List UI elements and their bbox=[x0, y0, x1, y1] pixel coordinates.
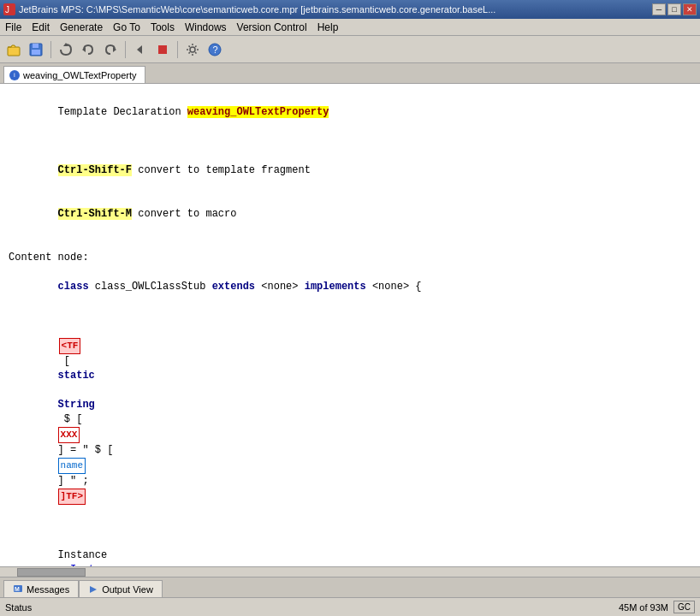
title-bar: J JetBrains MPS: C:\MPS\SemanticWeb\core… bbox=[0, 0, 700, 19]
bottom-tab-bar: M Messages Output View bbox=[0, 577, 700, 597]
back-button[interactable] bbox=[130, 39, 151, 60]
toolbar-sep-1 bbox=[50, 41, 51, 58]
editor-container: Template Declaration weaving_OWLTextProp… bbox=[0, 84, 700, 577]
svg-rect-2 bbox=[8, 47, 20, 56]
blank-line-1 bbox=[9, 134, 691, 149]
menu-tools[interactable]: Tools bbox=[145, 20, 180, 35]
scrollbar-thumb[interactable] bbox=[17, 568, 86, 577]
shortcut-m: Ctrl-Shift-M bbox=[58, 208, 132, 220]
toolbar: ? bbox=[0, 36, 700, 63]
shortcut-m-text: convert to macro bbox=[132, 208, 236, 220]
space3: <none> { bbox=[366, 281, 422, 293]
horizontal-scrollbar[interactable] bbox=[0, 566, 700, 577]
if-open-tag: <TF bbox=[59, 338, 81, 354]
svg-text:M: M bbox=[15, 585, 20, 591]
toolbar-sep-3 bbox=[177, 41, 178, 58]
svg-text:J: J bbox=[5, 5, 9, 15]
menu-bar: File Edit Generate Go To Tools Windows V… bbox=[0, 19, 700, 36]
editor-scroll[interactable]: Template Declaration weaving_OWLTextProp… bbox=[0, 84, 700, 566]
svg-text:?: ? bbox=[213, 44, 218, 55]
tab-label: weaving_OWLTextProperty bbox=[23, 70, 136, 80]
save-button[interactable] bbox=[26, 39, 46, 60]
svg-rect-5 bbox=[32, 50, 40, 55]
memory-indicator: 45M of 93M bbox=[619, 602, 668, 613]
blank-line-2 bbox=[9, 236, 691, 251]
space-if: [ bbox=[58, 355, 77, 367]
output-icon bbox=[88, 584, 98, 595]
menu-windows[interactable]: Windows bbox=[180, 20, 232, 35]
menu-edit[interactable]: Edit bbox=[27, 20, 55, 35]
gc-button[interactable]: GC bbox=[673, 601, 695, 613]
name-placeholder-1: name bbox=[58, 458, 86, 474]
tf-end-1: ]TF> bbox=[58, 489, 86, 505]
if-block-line: <TF [ static String $ [ XXX ] = " $ [ na… bbox=[9, 309, 691, 519]
template-decl-label: Template Declaration bbox=[58, 106, 187, 118]
status-bar: Status 45M of 93M GC bbox=[0, 597, 700, 616]
app-icon: J bbox=[3, 3, 15, 15]
messages-icon: M bbox=[13, 584, 23, 595]
editor: Template Declaration weaving_OWLTextProp… bbox=[0, 84, 700, 566]
close-button[interactable]: ✕ bbox=[683, 3, 697, 15]
maximize-button[interactable]: □ bbox=[667, 3, 681, 15]
toolbar-sep-2 bbox=[125, 41, 126, 58]
close1: ] " ; bbox=[58, 475, 95, 487]
kw-string: String bbox=[58, 399, 95, 411]
redo-button[interactable] bbox=[100, 39, 121, 60]
editor-tab[interactable]: i weaving_OWLTextProperty bbox=[3, 66, 145, 83]
content-node-label: Content node: bbox=[9, 252, 89, 264]
instance-line: Instance myInstance ; bbox=[9, 519, 691, 566]
kw-extends: extends bbox=[212, 281, 255, 293]
menu-help[interactable]: Help bbox=[312, 20, 344, 35]
status-text: Status bbox=[5, 602, 32, 613]
kw-class: class bbox=[58, 281, 89, 293]
template-declaration-line: Template Declaration weaving_OWLTextProp… bbox=[9, 91, 691, 134]
svg-rect-10 bbox=[158, 45, 167, 54]
window-title: JetBrains MPS: C:\MPS\SemanticWeb\core\s… bbox=[19, 4, 495, 15]
template-decl-name: weaving_OWLTextProperty bbox=[187, 106, 329, 118]
svg-marker-16 bbox=[90, 586, 97, 593]
shortcut-f-text: convert to template fragment bbox=[132, 164, 311, 176]
shortcut-m-line: Ctrl-Shift-M convert to macro bbox=[9, 192, 691, 236]
svg-marker-9 bbox=[137, 45, 142, 54]
content-node-line: Content node: bbox=[9, 251, 691, 265]
tab-bar: i weaving_OWLTextProperty bbox=[0, 63, 700, 84]
sync-button[interactable] bbox=[56, 39, 76, 60]
open-button[interactable] bbox=[3, 39, 24, 60]
svg-point-11 bbox=[190, 47, 195, 52]
eq1: ] = " $ [ bbox=[58, 444, 114, 456]
kw-implements: implements bbox=[305, 281, 366, 293]
svg-rect-4 bbox=[33, 44, 39, 48]
title-text: J JetBrains MPS: C:\MPS\SemanticWeb\core… bbox=[3, 3, 495, 15]
output-view-tab[interactable]: Output View bbox=[79, 580, 163, 597]
kw-static: static bbox=[58, 370, 95, 382]
window-controls[interactable]: ─ □ ✕ bbox=[652, 3, 697, 15]
tab-icon: i bbox=[9, 70, 20, 80]
dollar1: $ [ bbox=[58, 413, 83, 425]
space-str bbox=[58, 384, 64, 396]
output-label: Output View bbox=[102, 584, 153, 595]
space2: <none> bbox=[255, 281, 305, 293]
menu-goto[interactable]: Go To bbox=[108, 20, 145, 35]
minimize-button[interactable]: ─ bbox=[652, 3, 666, 15]
my-instance: myInstance bbox=[58, 564, 120, 566]
kw-instance: Instance bbox=[58, 549, 114, 561]
xxx-placeholder-1: XXX bbox=[58, 427, 80, 443]
messages-tab[interactable]: M Messages bbox=[3, 580, 79, 597]
menu-versioncontrol[interactable]: Version Control bbox=[232, 20, 312, 35]
settings-button[interactable] bbox=[182, 39, 203, 60]
menu-file[interactable]: File bbox=[0, 20, 27, 35]
help-button[interactable]: ? bbox=[205, 39, 225, 60]
undo-button[interactable] bbox=[78, 39, 98, 60]
class-decl-line: class class_OWLClassStub extends <none> … bbox=[9, 265, 691, 309]
messages-label: Messages bbox=[27, 584, 69, 595]
stop-button[interactable] bbox=[152, 39, 173, 60]
shortcut-f: Ctrl-Shift-F bbox=[58, 164, 132, 176]
menu-generate[interactable]: Generate bbox=[55, 20, 108, 35]
space1: class_OWLClassStub bbox=[89, 281, 212, 293]
shortcut-f-line: Ctrl-Shift-F convert to template fragmen… bbox=[9, 149, 691, 192]
